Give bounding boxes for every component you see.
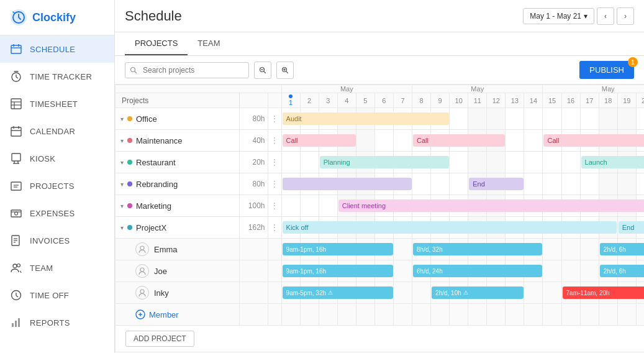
svg-rect-14 (11, 127, 21, 136)
sidebar-label-timesheet: TIMESHEET (30, 99, 78, 109)
day-header-11: 11 (468, 93, 487, 108)
day-cell-15 (543, 152, 561, 173)
project-dot (127, 160, 132, 165)
bar-launch[interactable]: Launch (581, 156, 644, 168)
member-cell: Emma (116, 239, 239, 260)
member-bar-joe[interactable]: 2h/d, 6h (600, 265, 644, 277)
project-menu-button[interactable]: ⋮ (268, 217, 281, 239)
project-name: Office (136, 114, 234, 124)
search-input[interactable] (125, 62, 249, 78)
day-header-12: 12 (487, 93, 506, 108)
project-chevron[interactable]: ▾ (120, 159, 124, 166)
project-row-projectx: ▾ ProjectX 162h⋮Kick offEnd (116, 217, 645, 239)
day-cell-17 (580, 239, 599, 260)
svg-point-49 (140, 246, 144, 250)
bar-planning[interactable]: Planning (320, 156, 449, 168)
sidebar-item-timesheet[interactable]: TIMESHEET (0, 90, 114, 117)
day-cell-14 (524, 282, 543, 304)
day-cell-15 (543, 108, 561, 130)
sidebar-item-expenses[interactable]: EXPENSES (0, 199, 114, 227)
svg-rect-22 (11, 182, 21, 190)
add-project-button[interactable]: ADD PROJECT (125, 331, 194, 347)
day-cell-14 (524, 108, 543, 130)
bar-client-meeting[interactable]: Client meeting (338, 199, 644, 212)
day-cell-6 (374, 130, 393, 152)
member-bar-inky[interactable]: 7am-11am, 20h (563, 287, 644, 299)
svg-point-51 (140, 290, 144, 293)
bar-call[interactable]: Call (283, 134, 356, 147)
day-header-5: 5 (356, 93, 374, 108)
sidebar-label-kiosk: KIOSK (30, 154, 55, 163)
day-cell-2 (300, 152, 319, 173)
bar-call[interactable]: Call (413, 134, 505, 147)
day-header-6: 6 (374, 93, 393, 108)
sidebar-item-invoices[interactable]: INVOICES (0, 227, 114, 254)
svg-rect-37 (12, 323, 14, 327)
sidebar-item-time-off[interactable]: TIME OFF (0, 282, 114, 309)
bar-[interactable] (283, 178, 412, 190)
day-cell-16: 7am-11am, 20h (561, 282, 580, 304)
toolbar: PUBLISH 1 (115, 56, 644, 85)
bar-call[interactable]: Call (543, 134, 644, 147)
project-menu-button[interactable]: ⋮ (268, 173, 281, 195)
zoom-out-button[interactable] (254, 62, 271, 79)
projects-icon (10, 180, 22, 192)
date-range-button[interactable]: May 1 - May 21 ▾ (523, 8, 594, 24)
bar-audit[interactable]: Audit (283, 112, 449, 125)
project-chevron[interactable]: ▾ (120, 181, 124, 188)
day-cell-15 (543, 260, 561, 282)
sidebar-item-time-tracker[interactable]: TIME TRACKER (0, 63, 114, 90)
day-cell-19 (617, 108, 636, 130)
sidebar-item-calendar[interactable]: CALENDAR (0, 117, 114, 145)
member-bar-emma[interactable]: 9am-1pm, 16h (283, 243, 393, 255)
publish-button[interactable]: PUBLISH 1 (579, 61, 634, 79)
day-cell-18 (599, 108, 617, 130)
bar-kick-off[interactable]: Kick off (283, 221, 617, 234)
project-chevron[interactable]: ▾ (120, 116, 124, 122)
project-dot (127, 116, 132, 121)
next-period-button[interactable]: › (617, 7, 634, 25)
day-header-10: 10 (450, 93, 468, 108)
sidebar-item-kiosk[interactable]: KIOSK (0, 145, 114, 172)
project-menu-button[interactable]: ⋮ (268, 152, 281, 173)
add-member-button[interactable]: Member (116, 304, 239, 325)
tab-team[interactable]: TEAM (188, 32, 230, 55)
day-header-20: 20 (636, 93, 644, 108)
member-bar-inky[interactable]: 9am-5pm, 32h⚠ (283, 287, 393, 299)
prev-period-button[interactable]: ‹ (597, 7, 614, 25)
bar-end[interactable]: End (469, 178, 524, 190)
sidebar-item-schedule[interactable]: SCHEDULE (0, 35, 114, 63)
sidebar-label-invoices: INVOICES (30, 236, 70, 245)
project-row-office: ▾ Office 80h⋮Audit (116, 108, 645, 130)
member-bar-inky[interactable]: 2h/d, 10h⚠ (432, 287, 524, 299)
time-tracker-icon (10, 70, 22, 83)
member-bar-emma[interactable]: 2h/d, 6h (600, 243, 644, 255)
project-row-rebranding: ▾ Rebranding 80h⋮End (116, 173, 645, 195)
tab-projects[interactable]: PROJECTS (125, 32, 188, 55)
month-label: May (412, 85, 543, 93)
sidebar-item-projects[interactable]: PROJECTS (0, 172, 114, 199)
expenses-icon (10, 207, 22, 219)
project-chevron[interactable]: ▾ (120, 224, 124, 231)
day-cell-16 (561, 260, 580, 282)
member-bar-joe[interactable]: 6h/d, 24h (413, 265, 542, 277)
project-chevron[interactable]: ▾ (120, 137, 124, 144)
project-cell-maintenance: ▾ Maintenance (116, 130, 239, 151)
day-cell-12 (487, 152, 506, 173)
sidebar-item-reports[interactable]: REPORTS (0, 309, 114, 336)
bar-end[interactable]: End (619, 221, 644, 234)
project-menu-button[interactable]: ⋮ (268, 130, 281, 152)
member-bar-joe[interactable]: 9am-1pm, 16h (283, 265, 393, 277)
project-chevron[interactable]: ▾ (120, 203, 124, 209)
svg-rect-38 (15, 321, 17, 327)
member-cell: Inky (116, 282, 239, 303)
member-bar-emma[interactable]: 8h/d, 32h (413, 243, 542, 255)
logo-text: Clockify (32, 11, 76, 24)
sidebar-item-team[interactable]: TEAM (0, 254, 114, 282)
project-menu-button[interactable]: ⋮ (268, 195, 281, 217)
add-project-row: ADD PROJECT (116, 326, 645, 352)
day-cell-1: Call (281, 130, 300, 152)
add-member-label: Member (149, 310, 179, 319)
project-menu-button[interactable]: ⋮ (268, 108, 281, 130)
zoom-in-button[interactable] (276, 62, 294, 79)
